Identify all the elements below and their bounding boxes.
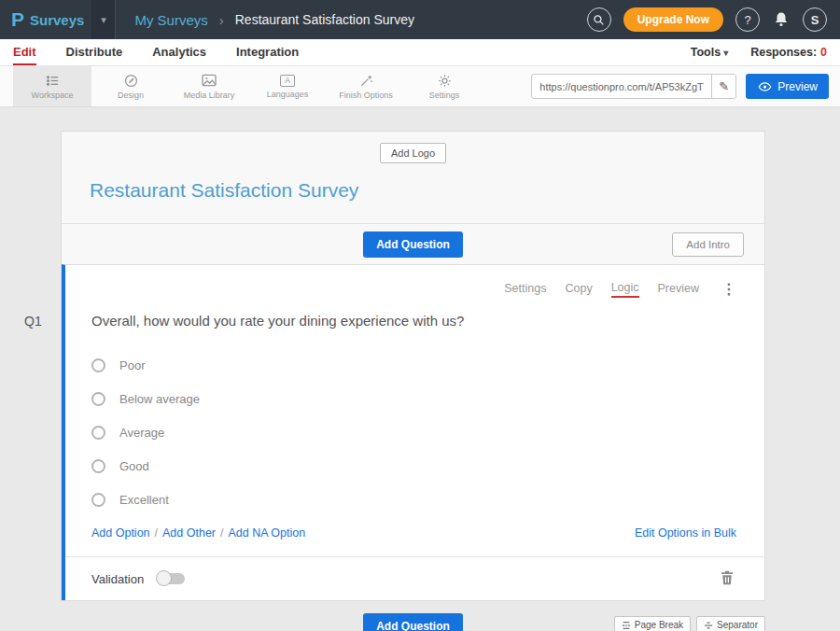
toolbar-item-media-library[interactable]: Media Library: [170, 66, 248, 106]
upgrade-now-button[interactable]: Upgrade Now: [623, 7, 723, 32]
editor-canvas: Add Logo Restaurant Satisfaction Survey …: [0, 107, 840, 631]
option-label[interactable]: Excellent: [119, 493, 169, 507]
toolbar-item-label: Workspace: [32, 91, 74, 100]
tools-menu[interactable]: Tools▾: [691, 46, 728, 59]
workspace-list-icon: [45, 73, 60, 88]
edit-options-in-bulk-link[interactable]: Edit Options in Bulk: [635, 526, 736, 540]
option-row-poor[interactable]: Poor: [91, 358, 736, 372]
responses-count: 0: [820, 46, 827, 59]
toggle-knob: [156, 570, 172, 586]
question-settings-link[interactable]: Settings: [504, 282, 546, 297]
validation-toggle[interactable]: [157, 573, 185, 584]
add-question-button-bottom[interactable]: Add Question: [363, 613, 463, 631]
tab-analytics[interactable]: Analytics: [152, 39, 206, 65]
toolbar-item-label: Finish Options: [339, 91, 393, 100]
trash-icon: [720, 569, 735, 586]
add-na-option-link[interactable]: Add NA Option: [229, 526, 306, 540]
radio-icon[interactable]: [91, 358, 105, 372]
breadcrumb-survey-title: Restaurant Satisfaction Survey: [235, 12, 414, 27]
questionpro-logo-icon: P: [11, 8, 24, 31]
toolbar-item-languages[interactable]: A Languages: [248, 66, 327, 106]
option-label[interactable]: Poor: [119, 358, 145, 372]
breadcrumb-my-surveys[interactable]: My Surveys: [134, 12, 207, 28]
edit-url-button[interactable]: ✎: [711, 75, 735, 98]
option-label[interactable]: Below average: [119, 392, 200, 406]
toolbar-item-settings[interactable]: Settings: [405, 66, 483, 106]
add-option-link[interactable]: Add Option: [91, 526, 150, 540]
toolbar-item-design[interactable]: Design: [91, 66, 170, 106]
survey-header-section: Add Logo Restaurant Satisfaction Survey: [62, 132, 764, 223]
pencil-icon: ✎: [719, 79, 729, 93]
product-name: Surveys: [30, 12, 84, 28]
toolbar-right: ✎ Preview: [531, 74, 829, 99]
question-block-q1: Q1 Settings Copy Logic Preview ⋮ Overall…: [62, 264, 764, 600]
radio-icon[interactable]: [91, 426, 105, 440]
option-row-good[interactable]: Good: [91, 459, 736, 473]
option-row-below-average[interactable]: Below average: [91, 392, 736, 406]
survey-title[interactable]: Restaurant Satisfaction Survey: [62, 163, 764, 223]
toolbar-item-label: Settings: [429, 91, 460, 100]
tab-distribute[interactable]: Distribute: [66, 39, 123, 65]
question-text[interactable]: Overall, how would you rate your dining …: [91, 313, 736, 329]
design-pencil-icon: [123, 73, 138, 88]
validation-label: Validation: [91, 572, 144, 586]
add-intro-button[interactable]: Add Intro: [672, 232, 744, 257]
answer-options: Poor Below average Average Good Excellen…: [91, 358, 736, 507]
option-row-excellent[interactable]: Excellent: [91, 493, 736, 507]
top-bar-actions: Upgrade Now ? S: [587, 7, 840, 32]
radio-icon[interactable]: [91, 392, 105, 406]
toolbar-item-workspace[interactable]: Workspace: [13, 66, 91, 106]
search-icon: [592, 12, 607, 27]
add-question-button-top[interactable]: Add Question: [363, 231, 463, 258]
separator-button[interactable]: Separator: [696, 616, 765, 631]
gear-icon: [437, 73, 452, 88]
responses-counter[interactable]: Responses:0: [750, 46, 827, 59]
search-button[interactable]: [587, 7, 611, 32]
breadcrumb: My Surveys › Restaurant Satisfaction Sur…: [134, 12, 414, 28]
validation-row: Validation: [65, 556, 764, 600]
survey-url-box: ✎: [531, 74, 736, 99]
product-switcher-caret[interactable]: ▾: [91, 0, 116, 39]
add-logo-button[interactable]: Add Logo: [380, 143, 446, 163]
tab-integration[interactable]: Integration: [236, 39, 299, 65]
question-more-menu-icon[interactable]: ⋮: [721, 280, 736, 298]
question-mark-icon: ?: [744, 13, 750, 27]
languages-icon: A: [280, 75, 295, 87]
chevron-down-icon: ▾: [101, 14, 106, 26]
tab-edit[interactable]: Edit: [13, 39, 36, 65]
magic-wand-icon: [358, 73, 373, 88]
help-button[interactable]: ?: [735, 7, 760, 32]
page-break-button[interactable]: Page Break: [614, 616, 691, 631]
question-number-label: Q1: [24, 314, 42, 329]
toolbar-item-finish-options[interactable]: Finish Options: [327, 66, 405, 106]
survey-url-input[interactable]: [532, 81, 711, 92]
question-logic-link[interactable]: Logic: [611, 281, 639, 298]
preview-button[interactable]: Preview: [746, 74, 829, 99]
chevron-down-icon: ▾: [723, 48, 728, 58]
separator-icon: [704, 621, 713, 630]
brand[interactable]: P Surveys: [0, 0, 91, 39]
nav-right: Tools▾ Responses:0: [691, 39, 827, 65]
image-icon: [202, 73, 217, 88]
add-other-link[interactable]: Add Other: [162, 526, 216, 540]
avatar-letter: S: [811, 13, 819, 27]
question-preview-link[interactable]: Preview: [658, 282, 699, 297]
option-row-average[interactable]: Average: [91, 426, 736, 440]
radio-icon[interactable]: [91, 459, 105, 473]
survey-card: Add Logo Restaurant Satisfaction Survey …: [61, 131, 765, 601]
add-question-row-top: Add Question Add Intro: [62, 223, 764, 264]
option-label[interactable]: Good: [119, 459, 149, 473]
option-label[interactable]: Average: [119, 426, 164, 440]
main-nav: Edit Distribute Analytics Integration To…: [0, 39, 840, 66]
eye-icon: [757, 79, 772, 94]
user-avatar[interactable]: S: [803, 7, 827, 32]
option-links-row: Add Option/Add Other/Add NA Option Edit …: [91, 526, 736, 556]
radio-icon[interactable]: [91, 493, 105, 507]
notifications-bell-icon[interactable]: [772, 10, 791, 29]
delete-question-button[interactable]: [720, 569, 736, 588]
toolbar-item-label: Design: [118, 91, 144, 100]
question-copy-link[interactable]: Copy: [565, 282, 592, 297]
toolbar-item-label: Languages: [267, 90, 309, 99]
slash-separator: /: [155, 526, 158, 540]
toolbar-item-label: Media Library: [184, 91, 235, 100]
